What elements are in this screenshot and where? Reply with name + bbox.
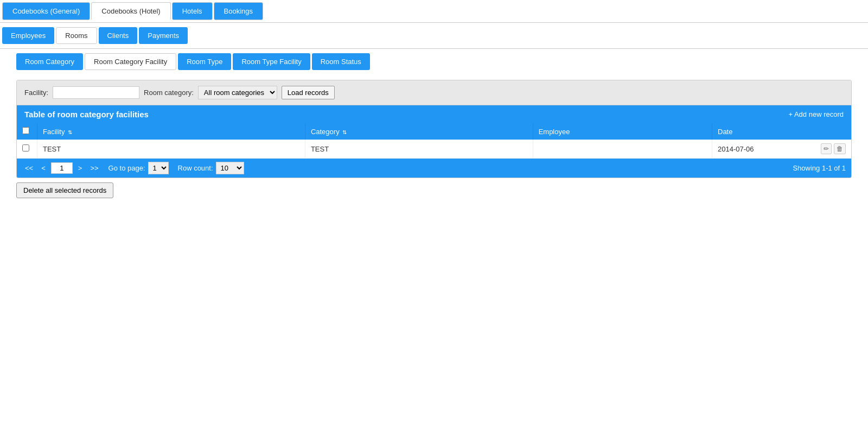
facility-input[interactable] [53, 86, 139, 99]
row-checkbox-0[interactable] [22, 144, 29, 152]
load-records-button[interactable]: Load records [282, 86, 335, 99]
action-icons-0: ✏🗑 [821, 143, 846, 154]
col-header-facility[interactable]: Facility ⇅ [37, 123, 305, 140]
pagination-last-button[interactable]: >> [87, 163, 101, 173]
top-nav-item-bookings[interactable]: Bookings [214, 2, 263, 20]
col-header-employee: Employee [533, 123, 712, 140]
cell-category-0: TEST [305, 140, 533, 159]
top-nav-item-hotels[interactable]: Hotels [172, 2, 213, 20]
row-count-label: Row count: [178, 164, 213, 172]
col-header-category[interactable]: Category ⇅ [305, 123, 533, 140]
third-nav-item-room-category[interactable]: Room Category [16, 53, 83, 70]
pagination-next-button[interactable]: > [75, 163, 85, 173]
table-header: Table of room category facilities+ Add n… [17, 105, 851, 123]
pagination-page-input[interactable] [51, 162, 73, 174]
filter-bar: Facility:Room category:All room categori… [17, 80, 851, 105]
second-nav: EmployeesRoomsClientsPayments [0, 23, 868, 49]
third-nav-item-room-type-facility[interactable]: Room Type Facility [233, 53, 310, 70]
col-header-date: Date [712, 123, 852, 140]
pagination-controls: <<<>>>Go to page:1Row count:102550100 [22, 162, 244, 174]
select-all-checkbox[interactable] [22, 127, 29, 134]
third-nav-item-room-status[interactable]: Room Status [312, 53, 370, 70]
date-value-0: 2014-07-06 [718, 145, 754, 153]
table-header-row: Facility ⇅Category ⇅EmployeeDate [17, 123, 851, 140]
room-category-label: Room category: [144, 89, 194, 97]
cell-employee-0 [533, 140, 712, 159]
third-nav-item-room-category-facility[interactable]: Room Category Facility [85, 53, 176, 70]
third-nav: Room CategoryRoom Category FacilityRoom … [0, 49, 868, 74]
main-content: Facility:Room category:All room categori… [0, 74, 868, 204]
top-nav-item-codebooks-hotel[interactable]: Codebooks (Hotel) [91, 2, 170, 20]
content-box: Facility:Room category:All room categori… [16, 80, 852, 178]
second-nav-item-rooms[interactable]: Rooms [56, 27, 97, 44]
add-new-record-button[interactable]: + Add new record [788, 110, 844, 118]
pagination-bar: <<<>>>Go to page:1Row count:102550100Sho… [17, 159, 851, 178]
data-table: Facility ⇅Category ⇅EmployeeDateTESTTEST… [17, 123, 851, 159]
sort-icon-facility: ⇅ [66, 129, 72, 135]
second-nav-item-clients[interactable]: Clients [99, 27, 138, 44]
cell-date-0: 2014-07-06✏🗑 [712, 140, 851, 158]
top-nav-item-codebooks-general[interactable]: Codebooks (General) [2, 2, 90, 20]
delete-all-selected-button[interactable]: Delete all selected records [16, 182, 113, 198]
showing-text: Showing 1-1 of 1 [793, 164, 846, 172]
facility-label: Facility: [24, 89, 48, 97]
row-count-select[interactable]: 102550100 [216, 162, 244, 174]
top-nav: Codebooks (General)Codebooks (Hotel)Hote… [0, 0, 868, 23]
room-category-select[interactable]: All room categories [198, 86, 277, 99]
pagination-prev-button[interactable]: < [39, 163, 48, 173]
go-to-page-select[interactable]: 1 [148, 162, 169, 174]
sort-icon-category: ⇅ [341, 129, 347, 135]
cell-facility-0: TEST [37, 140, 305, 159]
go-to-page-label: Go to page: [108, 164, 145, 172]
second-nav-item-employees[interactable]: Employees [2, 27, 54, 44]
table-title: Table of room category facilities [24, 110, 149, 119]
table-row: TESTTEST2014-07-06✏🗑 [17, 140, 851, 159]
pagination-first-button[interactable]: << [22, 163, 36, 173]
edit-icon-0[interactable]: ✏ [821, 143, 832, 154]
delete-icon-0[interactable]: 🗑 [834, 143, 846, 154]
second-nav-item-payments[interactable]: Payments [139, 27, 188, 44]
third-nav-item-room-type[interactable]: Room Type [178, 53, 231, 70]
